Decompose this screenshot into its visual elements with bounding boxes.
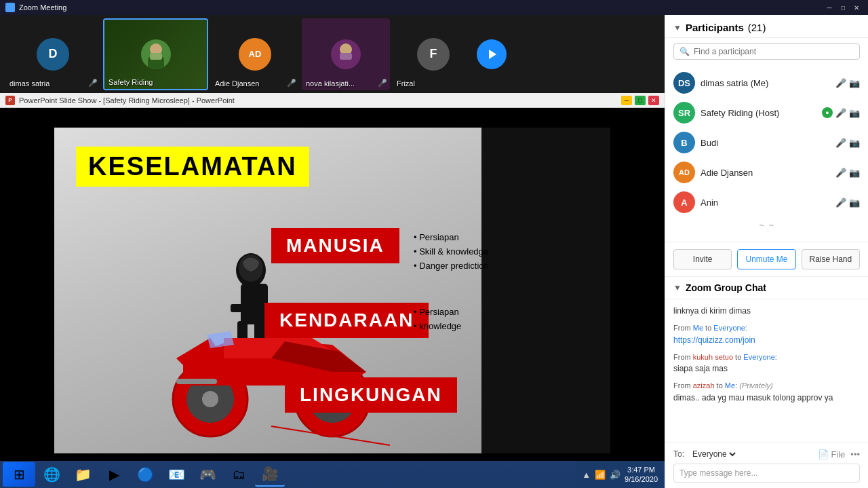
chat-body: linknya di kirim dimas bbox=[673, 305, 860, 317]
slide-label-keselamatan: KESELAMATAN bbox=[76, 147, 309, 187]
chat-from-line: From Me to Everyone: bbox=[673, 322, 860, 334]
participant-name: Safety Riding (Host) bbox=[701, 108, 816, 118]
discord-icon: 🎮 bbox=[199, 466, 216, 483]
minimize-button[interactable]: ─ bbox=[823, 3, 835, 12]
avatar: A bbox=[673, 191, 695, 213]
chat-to-select[interactable]: Everyone bbox=[690, 449, 738, 459]
invite-button[interactable]: Invite bbox=[673, 249, 732, 269]
host-badge: ● bbox=[822, 107, 833, 118]
system-clock[interactable]: 3:47 PM 9/16/2020 bbox=[625, 465, 658, 485]
window-title: Zoom Meeting bbox=[19, 3, 66, 12]
list-item[interactable]: AD Adie Djansen 🎤 📷 bbox=[665, 157, 868, 187]
taskbar-app-outlook[interactable]: 📧 bbox=[161, 462, 191, 487]
participant-icons: ● 🎤 📷 bbox=[822, 107, 860, 118]
taskbar-app-chrome[interactable]: 🔵 bbox=[130, 462, 160, 487]
tile-nova[interactable]: nova kilasjati... 🎤 bbox=[302, 18, 390, 90]
start-button[interactable]: ⊞ bbox=[3, 462, 35, 487]
raise-hand-button[interactable]: Raise Hand bbox=[802, 249, 860, 269]
chat-body: https://quizizz.com/join bbox=[673, 334, 860, 346]
svg-marker-6 bbox=[489, 50, 496, 59]
windows-icon: ⊞ bbox=[14, 466, 25, 483]
mute-icon-adie: 🎤 bbox=[287, 79, 296, 88]
list-item[interactable]: DS dimas satria (Me) 🎤 📷 bbox=[665, 68, 868, 98]
explorer-icon: 📁 bbox=[75, 466, 92, 483]
avatar-adie: AD bbox=[239, 38, 271, 71]
tray-network-icon[interactable]: 📶 bbox=[595, 470, 606, 480]
clock-date: 9/16/2020 bbox=[625, 474, 658, 484]
window-controls: ─ □ ✕ bbox=[823, 3, 863, 12]
zoom-icon: 🎥 bbox=[262, 466, 279, 482]
video-button[interactable] bbox=[477, 39, 507, 69]
chat-chevron-icon[interactable]: ▼ bbox=[673, 283, 682, 293]
chat-link[interactable]: https://quizizz.com/join bbox=[673, 335, 755, 345]
search-input[interactable] bbox=[694, 47, 854, 56]
ppt-maximize[interactable]: □ bbox=[635, 96, 646, 105]
participant-icons: 🎤 📷 bbox=[835, 198, 860, 208]
video-area: D dimas satria 🎤 bbox=[0, 15, 665, 488]
chat-header: ▼ Zoom Group Chat bbox=[665, 277, 868, 299]
ppt-close[interactable]: ✕ bbox=[648, 96, 659, 105]
chat-type-input[interactable]: Type message here... bbox=[673, 464, 860, 483]
participant-icons: 🎤 📷 bbox=[835, 168, 860, 178]
participant-name: Anin bbox=[701, 198, 830, 208]
taskbar-app-zoom[interactable]: 🎥 bbox=[255, 462, 285, 487]
participant-name: Adie Djansen bbox=[701, 168, 830, 178]
avatar-dimas: D bbox=[37, 38, 69, 71]
chat-message: From azizah to Me: (Privately) dimas.. a… bbox=[673, 380, 860, 404]
taskbar-app-files[interactable]: 🗂 bbox=[224, 462, 254, 487]
mic-icon: 🎤 bbox=[835, 168, 846, 178]
ppt-titlebar: P PowerPoint Slide Show - [Safety Riding… bbox=[0, 93, 665, 108]
tile-name-nova: nova kilasjati... bbox=[306, 79, 355, 88]
tray-sound-icon[interactable]: 🔊 bbox=[610, 470, 620, 480]
chat-from-line: From azizah to Me: (Privately) bbox=[673, 380, 860, 392]
participant-bar: D dimas satria 🎤 bbox=[0, 15, 665, 93]
taskbar-app-explorer[interactable]: 📁 bbox=[68, 462, 98, 487]
chevron-icon[interactable]: ▼ bbox=[673, 23, 682, 33]
slide-area: KESELAMATAN MANUSIA KENDARAAN LINGKUNGAN… bbox=[0, 108, 665, 473]
bullets-manusia: • Persiapan • Skill & knowledge • Danger… bbox=[414, 231, 489, 273]
list-item[interactable]: SR Safety Riding (Host) ● 🎤 📷 bbox=[665, 98, 868, 128]
clock-time: 3:47 PM bbox=[625, 465, 658, 474]
maximize-button[interactable]: □ bbox=[837, 3, 849, 12]
avatar: SR bbox=[673, 102, 695, 124]
tile-dimas[interactable]: D dimas satria 🎤 bbox=[5, 18, 100, 90]
tile-name-dimas: dimas satria bbox=[9, 79, 50, 88]
tile-frizal[interactable]: F Frizal bbox=[393, 18, 474, 90]
taskbar-app-ie[interactable]: 🌐 bbox=[37, 462, 66, 487]
taskbar-app-discord[interactable]: 🎮 bbox=[193, 462, 222, 487]
bullets-kendaraan: • Persiapan • knowledge bbox=[414, 305, 461, 334]
ie-icon: 🌐 bbox=[43, 466, 60, 483]
avatar: AD bbox=[673, 162, 695, 183]
taskbar-app-media[interactable]: ▶ bbox=[99, 462, 129, 487]
files-icon: 🗂 bbox=[232, 467, 245, 483]
slide-label-kendaraan: KENDARAAN bbox=[264, 303, 429, 338]
chat-message: From Me to Everyone: https://quizizz.com… bbox=[673, 322, 860, 346]
chat-input-area: To: Everyone 📄 File ••• Type message her… bbox=[665, 443, 868, 488]
tile-adie[interactable]: AD Adie Djansen 🎤 bbox=[211, 18, 299, 90]
participant-search-box[interactable]: 🔍 bbox=[673, 43, 860, 60]
mic-icon: 🎤 bbox=[835, 198, 846, 208]
tile-safety[interactable]: Safety Riding bbox=[103, 18, 208, 90]
list-item[interactable]: B Budi 🎤 📷 bbox=[665, 128, 868, 157]
svg-rect-9 bbox=[231, 304, 251, 312]
chrome-icon: 🔵 bbox=[137, 466, 154, 483]
file-icon[interactable]: 📄 File bbox=[818, 449, 846, 459]
ppt-window: P PowerPoint Slide Show - [Safety Riding… bbox=[0, 93, 665, 488]
ppt-window-controls: ─ □ ✕ bbox=[621, 96, 659, 105]
chat-body: siapa saja mas bbox=[673, 362, 860, 375]
chat-to-label: To: bbox=[673, 449, 684, 459]
mute-icon-dimas: 🎤 bbox=[88, 79, 98, 88]
ppt-window-title: PowerPoint Slide Show - [Safety Riding M… bbox=[19, 96, 235, 105]
list-item[interactable]: A Anin 🎤 📷 bbox=[665, 187, 868, 217]
participant-icons: 🎤 📷 bbox=[835, 138, 860, 148]
ppt-minimize[interactable]: ─ bbox=[621, 96, 632, 105]
more-participants: ～ ～ bbox=[665, 217, 868, 233]
close-button[interactable]: ✕ bbox=[850, 3, 863, 12]
more-options-icon[interactable]: ••• bbox=[850, 449, 860, 459]
tile-name-frizal: Frizal bbox=[397, 79, 415, 88]
tray-arrow-icon[interactable]: ▲ bbox=[582, 470, 591, 480]
participants-header: ▼ Participants (21) bbox=[665, 15, 868, 38]
app-icon bbox=[5, 3, 15, 12]
participants-count: (21) bbox=[748, 22, 766, 33]
unmute-me-button[interactable]: Unmute Me bbox=[737, 249, 795, 269]
